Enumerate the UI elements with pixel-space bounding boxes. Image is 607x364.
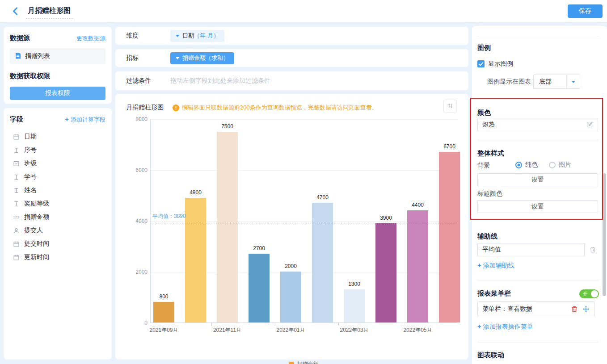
field-item[interactable]: 奖励等级 — [10, 197, 105, 210]
y-axis-tick-label: 6000 — [135, 167, 148, 173]
datasource-item[interactable]: 捐赠列表 — [10, 48, 105, 64]
legend-position-select[interactable]: 底部 — [533, 75, 580, 89]
title-color-settings-button[interactable]: 设置 — [477, 200, 598, 213]
page-title: 月捐赠柱形图 — [28, 6, 71, 16]
average-line — [151, 223, 457, 223]
metric-row: 指标 捐赠金额（求和） — [115, 49, 468, 67]
chevron-down-icon — [572, 81, 575, 83]
bar-value-label: 6700 — [443, 143, 455, 150]
field-item[interactable]: 日期 — [10, 130, 105, 143]
add-aux-line-link[interactable]: 添加辅助线 — [477, 261, 514, 270]
bar-value-label: 800 — [159, 293, 168, 300]
scrollbar-thumb[interactable] — [603, 173, 606, 296]
linkage-section-title: 图表联动 — [477, 351, 504, 360]
field-item[interactable]: 提交人 — [10, 224, 105, 237]
field-label: 奖励等级 — [24, 200, 49, 208]
bg-settings-button[interactable]: 设置 — [477, 173, 598, 186]
field-label: 学号 — [24, 173, 37, 181]
bg-solid-radio[interactable]: 纯色 — [515, 161, 538, 169]
show-legend-checkbox[interactable] — [477, 60, 485, 67]
bar[interactable]: 2700 — [249, 254, 270, 322]
text-icon — [13, 200, 20, 207]
bar[interactable]: 2000 — [280, 272, 301, 322]
field-label: 提交人 — [24, 226, 43, 234]
calendar-icon — [13, 133, 20, 140]
bar[interactable]: 3900 — [375, 223, 396, 322]
metric-pill[interactable]: 捐赠金额（求和） — [170, 52, 234, 64]
legend-section-title: 图例 — [477, 44, 491, 52]
settings-panel: 图例 显示图例 图例显示在图表 底部 颜色 炽热 整体样式 背景 纯色 图片 设… — [472, 26, 607, 364]
menu-item-row: 菜单栏：查看数据 — [477, 301, 594, 316]
dimension-label: 维度 — [115, 32, 170, 40]
sort-button[interactable] — [443, 100, 457, 113]
y-axis-tick-label: 4000 — [135, 218, 148, 224]
field-label: 班级 — [24, 159, 37, 167]
warning-icon — [173, 105, 179, 111]
fields-panel: 字段 添加计算字段 日期序号班级学号姓名奖励等级123捐赠金额提交人提交时间更新… — [4, 108, 112, 360]
field-item[interactable]: 123捐赠金额 — [10, 210, 105, 224]
divider — [477, 280, 599, 280]
bar[interactable]: 4700 — [312, 203, 333, 322]
divider — [477, 342, 599, 343]
edit-icon[interactable] — [586, 121, 593, 128]
save-button[interactable]: 保存 — [568, 4, 603, 18]
bar-value-label: 7500 — [221, 123, 233, 130]
bar-value-label: 3900 — [380, 215, 392, 221]
toggle-on-label: 开 — [583, 291, 588, 297]
move-icon[interactable] — [582, 305, 590, 313]
field-item[interactable]: 姓名 — [10, 184, 105, 197]
sort-icon — [447, 102, 454, 111]
back-button[interactable] — [11, 6, 21, 16]
bar[interactable]: 4900 — [185, 198, 206, 322]
x-axis-tick — [211, 323, 212, 326]
bar[interactable]: 6700 — [439, 152, 460, 322]
report-permission-button[interactable]: 报表权限 — [10, 87, 105, 100]
field-item[interactable]: 提交时间 — [10, 237, 105, 251]
field-item[interactable]: 序号 — [10, 143, 105, 157]
x-axis-tick-label: 2022年01月 — [276, 326, 305, 334]
legend-position-label: 图例显示在图表 — [487, 78, 531, 86]
trash-icon[interactable] — [571, 305, 578, 313]
metric-label: 指标 — [115, 54, 170, 62]
legend-item[interactable]: 捐赠金额 — [289, 360, 319, 364]
chart-legend: 捐赠金额 — [150, 360, 457, 364]
add-calc-field-link[interactable]: 添加计算字段 — [65, 115, 105, 124]
menu-section-title: 报表菜单栏 — [477, 289, 511, 298]
field-item[interactable]: 班级 — [10, 157, 105, 170]
chart-plot: 0200040006000800080049007500270020004700… — [150, 119, 457, 323]
divider — [477, 140, 599, 140]
filter-row[interactable]: 过滤条件 拖动左侧字段到此处来添加过滤条件 — [115, 71, 468, 90]
bar[interactable]: 4400 — [407, 210, 428, 322]
person-icon — [13, 227, 20, 234]
text-icon — [13, 187, 20, 194]
y-axis-tick-label: 2000 — [135, 269, 148, 275]
legend-position-value: 底部 — [534, 78, 566, 86]
dimension-pill[interactable]: 日期（年-月） — [170, 30, 224, 42]
bar[interactable]: 800 — [153, 302, 174, 322]
toggle-knob — [591, 290, 598, 297]
legend-swatch — [289, 362, 294, 364]
color-scheme-input[interactable]: 炽热 — [477, 118, 598, 131]
trash-icon[interactable] — [589, 246, 596, 253]
bar[interactable]: 1300 — [344, 289, 365, 322]
bar[interactable]: 7500 — [217, 132, 238, 323]
select-caret — [566, 75, 580, 88]
filter-placeholder: 拖动左侧字段到此处来添加过滤条件 — [170, 77, 270, 85]
x-axis-tick — [402, 323, 402, 326]
field-label: 姓名 — [24, 186, 37, 194]
chart-warning: 编辑界面只取数据源前200条作为查询数据预览，完整数据请访问页面查看。 — [173, 104, 378, 112]
field-list: 日期序号班级学号姓名奖励等级123捐赠金额提交人提交时间更新时间 — [10, 130, 105, 264]
radio-off-icon — [549, 162, 556, 168]
change-datasource-link[interactable]: 更改数据源 — [76, 34, 105, 42]
field-item[interactable]: 更新时间 — [10, 251, 105, 264]
add-menu-link[interactable]: 添加报表操作菜单 — [477, 322, 533, 331]
bg-image-radio[interactable]: 图片 — [549, 161, 571, 169]
divider — [477, 36, 599, 36]
fields-title: 字段 — [10, 115, 23, 124]
aux-line-input[interactable]: 平均值 — [477, 243, 585, 256]
bar-group: 800490075002700200047001300390044006700 — [153, 119, 460, 322]
field-item[interactable]: 学号 — [10, 170, 105, 184]
x-axis-tick — [338, 323, 339, 326]
menu-toggle[interactable]: 开 — [579, 289, 599, 298]
datasource-panel: 数据源 更改数据源 捐赠列表 数据获取权限 报表权限 — [4, 27, 112, 104]
